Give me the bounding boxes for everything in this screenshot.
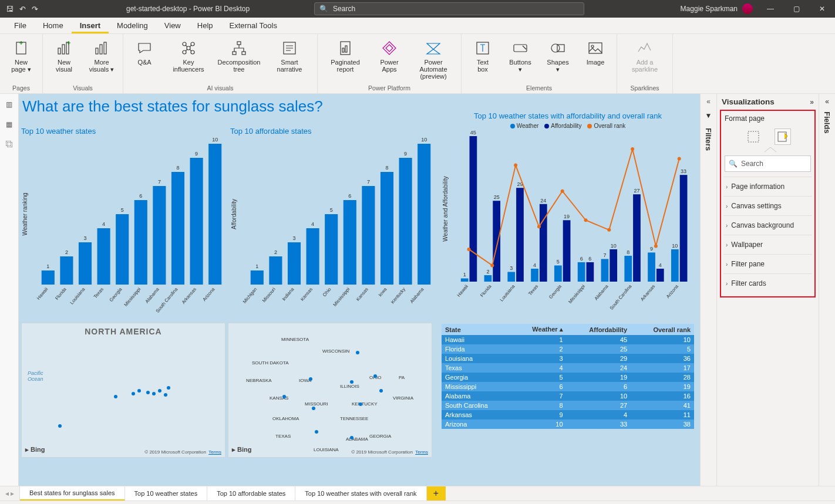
buttons-button[interactable]: Buttons▾ — [503, 36, 538, 74]
ribbon-tab-external-tools[interactable]: External Tools — [221, 18, 285, 33]
ribbon-tab-file[interactable]: File — [6, 18, 35, 33]
decomp-tree-icon — [230, 39, 248, 57]
format-page-button[interactable] — [775, 128, 791, 145]
undo-icon[interactable]: ↶ — [19, 5, 26, 13]
format-section-page-information[interactable]: ›Page information — [723, 177, 812, 196]
ribbon-tab-home[interactable]: Home — [35, 18, 72, 33]
model-view-icon[interactable]: ⿻ — [4, 138, 15, 150]
paginated-button[interactable]: Paginatedreport — [321, 36, 369, 81]
svg-rect-57 — [251, 270, 264, 285]
svg-text:LOUISIANA: LOUISIANA — [314, 447, 339, 452]
table-row[interactable]: Arizona103338 — [442, 420, 694, 429]
chart-combo[interactable]: Top 10 weather states with affordability… — [442, 111, 694, 319]
svg-text:Michigan: Michigan — [242, 287, 258, 305]
new-visual-button[interactable]: Newvisual — [46, 36, 82, 74]
add-sparkline-button[interactable]: Add asparkline — [621, 36, 669, 74]
page-tab[interactable]: Best states for sunglass sales — [20, 486, 125, 500]
svg-rect-93 — [484, 275, 492, 282]
format-section-filter-cards[interactable]: ›Filter cards — [723, 273, 812, 293]
close-button[interactable]: ✕ — [809, 0, 835, 18]
searchbox[interactable]: 🔍 Search — [314, 2, 584, 15]
svg-text:Arkansas: Arkansas — [639, 284, 656, 302]
save-icon[interactable]: 🖫 — [6, 5, 14, 13]
decomp-tree-button[interactable]: Decompositiontree — [215, 36, 263, 74]
table-row[interactable]: Texas42417 — [442, 363, 694, 373]
svg-rect-98 — [507, 272, 515, 282]
svg-point-184 — [350, 436, 353, 439]
power-automate-button[interactable]: Power Automate(preview) — [409, 36, 457, 81]
table-row[interactable]: Alabama71016 — [442, 391, 694, 401]
format-section-canvas-background[interactable]: ›Canvas background — [723, 215, 812, 235]
fields-pane-collapsed[interactable]: « Fields — [819, 94, 835, 486]
chart3-title: Top 10 weather states with affordability… — [442, 111, 694, 120]
minimize-button[interactable]: — — [757, 0, 783, 18]
svg-point-138 — [467, 248, 471, 251]
page-tab[interactable]: Top 10 weather states with overall rank — [295, 486, 426, 500]
map-states[interactable]: MINNESOTA WISCONSIN SOUTH DAKOTA NEBRASK… — [228, 323, 432, 458]
smart-narrative-button[interactable]: Smartnarrative — [265, 36, 314, 74]
svg-text:9: 9 — [650, 246, 653, 252]
ribbon-tab-view[interactable]: View — [156, 18, 189, 33]
svg-text:Weather and Affordability: Weather and Affordability — [442, 176, 449, 241]
svg-text:Alabama: Alabama — [409, 286, 426, 304]
add-page-button[interactable]: + — [427, 486, 446, 500]
collapse-viz-icon[interactable]: » — [810, 98, 814, 106]
ribbon-tab-modeling[interactable]: Modeling — [109, 18, 156, 33]
maximize-button[interactable]: ▢ — [783, 0, 809, 18]
table-row[interactable]: Hawaii14510 — [442, 335, 694, 344]
chevron-right-icon: › — [726, 184, 728, 190]
power-apps-button[interactable]: PowerApps — [372, 36, 407, 81]
more-visuals-button[interactable]: Morevisuals ▾ — [84, 36, 119, 74]
table-header[interactable]: State — [442, 324, 513, 335]
ribbon-tab-help[interactable]: Help — [189, 18, 221, 33]
build-visual-button[interactable] — [745, 128, 762, 145]
chart-weather[interactable]: Top 10 weather states Weather ranking1Ha… — [21, 127, 227, 322]
table-row[interactable]: Florida2255 — [442, 344, 694, 354]
svg-rect-78 — [381, 172, 393, 285]
report-canvas[interactable]: What are the best states for sunglass sa… — [19, 94, 700, 486]
page-nav-prev[interactable]: ◂ ▸ — [0, 486, 20, 500]
state-table[interactable]: StateWeather ▴AffordabilityOverall rankH… — [442, 324, 694, 429]
table-row[interactable]: Arkansas9411 — [442, 410, 694, 420]
shapes-icon — [548, 39, 567, 57]
table-row[interactable]: Georgia51928 — [442, 373, 694, 382]
format-section-filter-pane[interactable]: ›Filter pane — [723, 254, 812, 273]
chart-affordable[interactable]: Top 10 affordable states Affordability1M… — [230, 127, 436, 322]
table-row[interactable]: Mississippi6619 — [442, 382, 694, 391]
key-influencers-button[interactable]: Keyinfluencers — [164, 36, 213, 74]
page-tab[interactable]: Top 10 weather states — [125, 486, 208, 500]
table-row[interactable]: South Carolina82741 — [442, 401, 694, 410]
key-influencers-icon — [179, 39, 198, 57]
viz-search[interactable]: 🔍 Search — [725, 155, 811, 172]
format-section-wallpaper[interactable]: ›Wallpaper — [723, 235, 812, 254]
text-box-button[interactable]: Textbox — [465, 36, 500, 74]
svg-text:9: 9 — [195, 151, 198, 157]
report-view-icon[interactable]: ▥ — [4, 99, 15, 110]
table-header[interactable]: Affordability — [567, 324, 631, 335]
svg-point-154 — [167, 386, 170, 390]
table-header[interactable]: Overall rank — [631, 324, 694, 335]
svg-text:Weather ranking: Weather ranking — [22, 192, 28, 235]
svg-text:Texas: Texas — [527, 284, 539, 297]
avatar[interactable] — [742, 4, 753, 14]
svg-text:PA: PA — [399, 375, 405, 380]
qna-button[interactable]: Q&A — [127, 36, 162, 74]
page-tab[interactable]: Top 10 affordable states — [207, 486, 295, 500]
map-continent[interactable]: NORTH AMERICA PacificOcean ▸ Bing © 2019… — [21, 323, 225, 458]
svg-point-141 — [537, 225, 541, 228]
shapes-button[interactable]: Shapes▾ — [540, 36, 575, 74]
format-section-canvas-settings[interactable]: ›Canvas settings — [723, 196, 812, 215]
ribbon-tab-insert[interactable]: Insert — [72, 18, 109, 33]
expand-fields-icon[interactable]: « — [825, 97, 829, 106]
svg-text:Hawaii: Hawaii — [36, 286, 49, 300]
table-row[interactable]: Louisiana32936 — [442, 354, 694, 363]
data-view-icon[interactable]: ▦ — [4, 119, 15, 130]
filters-pane-collapsed[interactable]: « ▼ Filters — [700, 94, 716, 486]
redo-icon[interactable]: ↷ — [32, 5, 38, 13]
svg-text:7: 7 — [367, 179, 370, 185]
user-name[interactable]: Maggie Sparkman — [681, 5, 738, 13]
table-header[interactable]: Weather ▴ — [513, 324, 567, 335]
image-button[interactable]: Image — [578, 36, 613, 74]
expand-filters-icon[interactable]: « — [706, 97, 711, 106]
new-page-button[interactable]: Newpage ▾ — [4, 36, 39, 74]
